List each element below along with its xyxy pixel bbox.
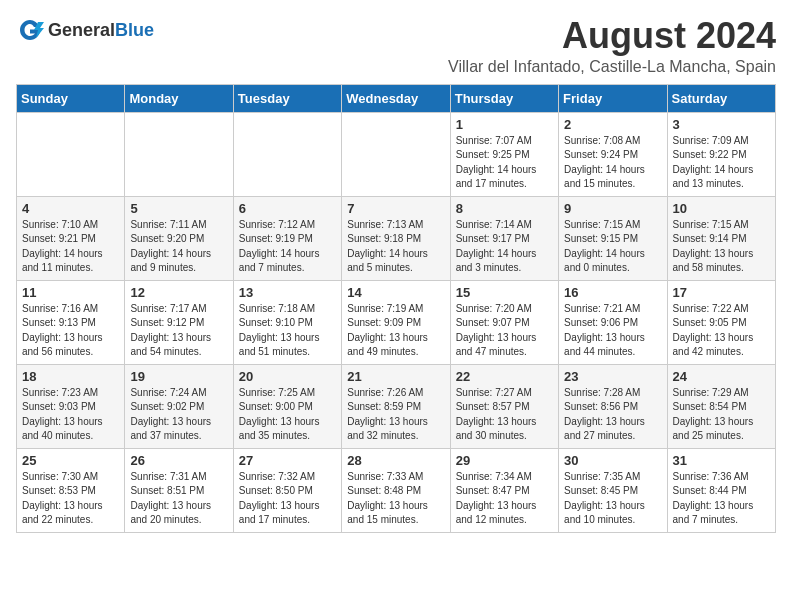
calendar-day-cell: 5Sunrise: 7:11 AM Sunset: 9:20 PM Daylig… bbox=[125, 196, 233, 280]
weekday-header-wednesday: Wednesday bbox=[342, 84, 450, 112]
logo: GeneralBlue bbox=[16, 16, 154, 44]
main-title: August 2024 bbox=[154, 16, 776, 56]
calendar-day-cell: 25Sunrise: 7:30 AM Sunset: 8:53 PM Dayli… bbox=[17, 448, 125, 532]
day-info: Sunrise: 7:22 AM Sunset: 9:05 PM Dayligh… bbox=[673, 302, 770, 360]
calendar-day-cell: 18Sunrise: 7:23 AM Sunset: 9:03 PM Dayli… bbox=[17, 364, 125, 448]
calendar-day-cell: 3Sunrise: 7:09 AM Sunset: 9:22 PM Daylig… bbox=[667, 112, 775, 196]
day-number: 25 bbox=[22, 453, 119, 468]
day-number: 5 bbox=[130, 201, 227, 216]
day-number: 27 bbox=[239, 453, 336, 468]
day-number: 4 bbox=[22, 201, 119, 216]
calendar-day-cell: 12Sunrise: 7:17 AM Sunset: 9:12 PM Dayli… bbox=[125, 280, 233, 364]
title-area: August 2024 Villar del Infantado, Castil… bbox=[154, 16, 776, 76]
day-info: Sunrise: 7:30 AM Sunset: 8:53 PM Dayligh… bbox=[22, 470, 119, 528]
calendar-day-cell: 30Sunrise: 7:35 AM Sunset: 8:45 PM Dayli… bbox=[559, 448, 667, 532]
day-info: Sunrise: 7:12 AM Sunset: 9:19 PM Dayligh… bbox=[239, 218, 336, 276]
day-info: Sunrise: 7:18 AM Sunset: 9:10 PM Dayligh… bbox=[239, 302, 336, 360]
calendar-day-cell: 23Sunrise: 7:28 AM Sunset: 8:56 PM Dayli… bbox=[559, 364, 667, 448]
weekday-header-thursday: Thursday bbox=[450, 84, 558, 112]
calendar-day-cell: 9Sunrise: 7:15 AM Sunset: 9:15 PM Daylig… bbox=[559, 196, 667, 280]
calendar-day-cell: 19Sunrise: 7:24 AM Sunset: 9:02 PM Dayli… bbox=[125, 364, 233, 448]
calendar-day-cell: 21Sunrise: 7:26 AM Sunset: 8:59 PM Dayli… bbox=[342, 364, 450, 448]
calendar-day-cell bbox=[233, 112, 341, 196]
day-info: Sunrise: 7:31 AM Sunset: 8:51 PM Dayligh… bbox=[130, 470, 227, 528]
day-info: Sunrise: 7:15 AM Sunset: 9:14 PM Dayligh… bbox=[673, 218, 770, 276]
day-number: 17 bbox=[673, 285, 770, 300]
calendar: SundayMondayTuesdayWednesdayThursdayFrid… bbox=[16, 84, 776, 533]
day-number: 22 bbox=[456, 369, 553, 384]
calendar-day-cell: 14Sunrise: 7:19 AM Sunset: 9:09 PM Dayli… bbox=[342, 280, 450, 364]
calendar-day-cell: 8Sunrise: 7:14 AM Sunset: 9:17 PM Daylig… bbox=[450, 196, 558, 280]
day-number: 10 bbox=[673, 201, 770, 216]
day-info: Sunrise: 7:15 AM Sunset: 9:15 PM Dayligh… bbox=[564, 218, 661, 276]
calendar-week-2: 4Sunrise: 7:10 AM Sunset: 9:21 PM Daylig… bbox=[17, 196, 776, 280]
calendar-week-5: 25Sunrise: 7:30 AM Sunset: 8:53 PM Dayli… bbox=[17, 448, 776, 532]
weekday-header-row: SundayMondayTuesdayWednesdayThursdayFrid… bbox=[17, 84, 776, 112]
day-number: 29 bbox=[456, 453, 553, 468]
weekday-header-friday: Friday bbox=[559, 84, 667, 112]
calendar-day-cell: 4Sunrise: 7:10 AM Sunset: 9:21 PM Daylig… bbox=[17, 196, 125, 280]
calendar-day-cell: 16Sunrise: 7:21 AM Sunset: 9:06 PM Dayli… bbox=[559, 280, 667, 364]
day-info: Sunrise: 7:21 AM Sunset: 9:06 PM Dayligh… bbox=[564, 302, 661, 360]
calendar-week-4: 18Sunrise: 7:23 AM Sunset: 9:03 PM Dayli… bbox=[17, 364, 776, 448]
subtitle: Villar del Infantado, Castille-La Mancha… bbox=[154, 58, 776, 76]
calendar-body: 1Sunrise: 7:07 AM Sunset: 9:25 PM Daylig… bbox=[17, 112, 776, 532]
calendar-day-cell: 26Sunrise: 7:31 AM Sunset: 8:51 PM Dayli… bbox=[125, 448, 233, 532]
calendar-day-cell: 24Sunrise: 7:29 AM Sunset: 8:54 PM Dayli… bbox=[667, 364, 775, 448]
weekday-header-monday: Monday bbox=[125, 84, 233, 112]
calendar-day-cell: 31Sunrise: 7:36 AM Sunset: 8:44 PM Dayli… bbox=[667, 448, 775, 532]
day-info: Sunrise: 7:25 AM Sunset: 9:00 PM Dayligh… bbox=[239, 386, 336, 444]
calendar-day-cell: 20Sunrise: 7:25 AM Sunset: 9:00 PM Dayli… bbox=[233, 364, 341, 448]
day-number: 1 bbox=[456, 117, 553, 132]
calendar-day-cell: 13Sunrise: 7:18 AM Sunset: 9:10 PM Dayli… bbox=[233, 280, 341, 364]
calendar-day-cell: 29Sunrise: 7:34 AM Sunset: 8:47 PM Dayli… bbox=[450, 448, 558, 532]
day-info: Sunrise: 7:28 AM Sunset: 8:56 PM Dayligh… bbox=[564, 386, 661, 444]
day-number: 31 bbox=[673, 453, 770, 468]
day-info: Sunrise: 7:36 AM Sunset: 8:44 PM Dayligh… bbox=[673, 470, 770, 528]
calendar-day-cell: 15Sunrise: 7:20 AM Sunset: 9:07 PM Dayli… bbox=[450, 280, 558, 364]
day-number: 9 bbox=[564, 201, 661, 216]
day-info: Sunrise: 7:14 AM Sunset: 9:17 PM Dayligh… bbox=[456, 218, 553, 276]
day-info: Sunrise: 7:10 AM Sunset: 9:21 PM Dayligh… bbox=[22, 218, 119, 276]
day-info: Sunrise: 7:23 AM Sunset: 9:03 PM Dayligh… bbox=[22, 386, 119, 444]
day-number: 2 bbox=[564, 117, 661, 132]
logo-text: GeneralBlue bbox=[48, 20, 154, 41]
calendar-day-cell: 1Sunrise: 7:07 AM Sunset: 9:25 PM Daylig… bbox=[450, 112, 558, 196]
day-number: 7 bbox=[347, 201, 444, 216]
day-number: 12 bbox=[130, 285, 227, 300]
day-number: 18 bbox=[22, 369, 119, 384]
day-info: Sunrise: 7:16 AM Sunset: 9:13 PM Dayligh… bbox=[22, 302, 119, 360]
day-info: Sunrise: 7:20 AM Sunset: 9:07 PM Dayligh… bbox=[456, 302, 553, 360]
calendar-header: SundayMondayTuesdayWednesdayThursdayFrid… bbox=[17, 84, 776, 112]
calendar-day-cell: 6Sunrise: 7:12 AM Sunset: 9:19 PM Daylig… bbox=[233, 196, 341, 280]
calendar-day-cell: 27Sunrise: 7:32 AM Sunset: 8:50 PM Dayli… bbox=[233, 448, 341, 532]
calendar-day-cell: 2Sunrise: 7:08 AM Sunset: 9:24 PM Daylig… bbox=[559, 112, 667, 196]
day-info: Sunrise: 7:27 AM Sunset: 8:57 PM Dayligh… bbox=[456, 386, 553, 444]
day-info: Sunrise: 7:29 AM Sunset: 8:54 PM Dayligh… bbox=[673, 386, 770, 444]
day-number: 24 bbox=[673, 369, 770, 384]
day-number: 20 bbox=[239, 369, 336, 384]
calendar-week-1: 1Sunrise: 7:07 AM Sunset: 9:25 PM Daylig… bbox=[17, 112, 776, 196]
day-info: Sunrise: 7:33 AM Sunset: 8:48 PM Dayligh… bbox=[347, 470, 444, 528]
day-info: Sunrise: 7:07 AM Sunset: 9:25 PM Dayligh… bbox=[456, 134, 553, 192]
day-number: 11 bbox=[22, 285, 119, 300]
calendar-day-cell bbox=[17, 112, 125, 196]
weekday-header-saturday: Saturday bbox=[667, 84, 775, 112]
day-info: Sunrise: 7:11 AM Sunset: 9:20 PM Dayligh… bbox=[130, 218, 227, 276]
day-number: 19 bbox=[130, 369, 227, 384]
calendar-day-cell: 10Sunrise: 7:15 AM Sunset: 9:14 PM Dayli… bbox=[667, 196, 775, 280]
day-number: 3 bbox=[673, 117, 770, 132]
day-number: 30 bbox=[564, 453, 661, 468]
day-info: Sunrise: 7:19 AM Sunset: 9:09 PM Dayligh… bbox=[347, 302, 444, 360]
day-number: 6 bbox=[239, 201, 336, 216]
day-info: Sunrise: 7:13 AM Sunset: 9:18 PM Dayligh… bbox=[347, 218, 444, 276]
day-number: 13 bbox=[239, 285, 336, 300]
day-number: 8 bbox=[456, 201, 553, 216]
calendar-day-cell: 7Sunrise: 7:13 AM Sunset: 9:18 PM Daylig… bbox=[342, 196, 450, 280]
day-info: Sunrise: 7:17 AM Sunset: 9:12 PM Dayligh… bbox=[130, 302, 227, 360]
day-number: 15 bbox=[456, 285, 553, 300]
day-number: 16 bbox=[564, 285, 661, 300]
calendar-day-cell: 28Sunrise: 7:33 AM Sunset: 8:48 PM Dayli… bbox=[342, 448, 450, 532]
day-info: Sunrise: 7:09 AM Sunset: 9:22 PM Dayligh… bbox=[673, 134, 770, 192]
day-info: Sunrise: 7:24 AM Sunset: 9:02 PM Dayligh… bbox=[130, 386, 227, 444]
